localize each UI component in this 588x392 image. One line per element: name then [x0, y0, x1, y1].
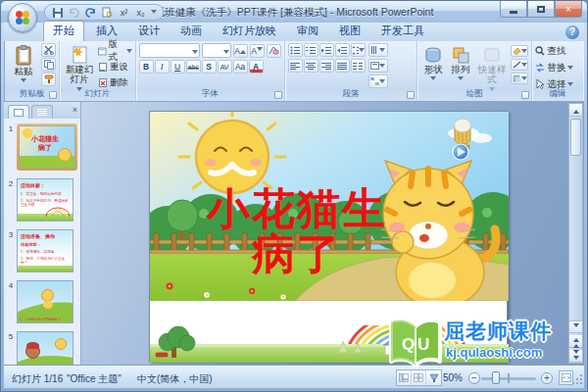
copy-icon	[44, 60, 54, 70]
underline-button[interactable]: U	[171, 60, 185, 74]
clear-formatting-button[interactable]	[267, 44, 281, 58]
grow-font-button[interactable]: A	[233, 44, 248, 58]
columns-button[interactable]	[351, 59, 366, 73]
language-indicator[interactable]: 中文(简体，中国)	[137, 372, 213, 386]
strikethrough-button[interactable]: abc	[186, 60, 201, 74]
clipboard-dialog-launcher[interactable]	[49, 91, 57, 99]
align-right-icon	[321, 62, 331, 71]
font-color-button[interactable]: A	[249, 60, 264, 74]
print-preview-button[interactable]	[101, 6, 114, 19]
shape-outline-icon	[513, 61, 521, 69]
change-case-button[interactable]: Aa	[233, 60, 248, 74]
text-shadow-button[interactable]: S	[202, 60, 217, 74]
italic-button[interactable]: I	[155, 60, 170, 74]
tab-animations[interactable]: 动画	[172, 22, 211, 41]
clipboard-group: 粘贴 剪贴板	[5, 41, 60, 101]
align-text-button[interactable]	[368, 59, 388, 73]
window-title: 托班健康《洗手》PPT课件 [兼容模式] - Microsoft PowerPo…	[119, 6, 469, 20]
slide-thumbnail-1[interactable]: 小花猫生 病了	[17, 123, 77, 171]
tab-slideshow[interactable]: 幻灯片放映	[214, 22, 285, 41]
redo-button[interactable]	[84, 6, 97, 19]
align-center-icon	[306, 62, 316, 71]
arrange-button[interactable]: 排列	[448, 43, 473, 83]
slides-tab[interactable]	[8, 105, 29, 119]
bold-button[interactable]: B	[139, 60, 154, 74]
text-direction-icon	[370, 46, 379, 54]
paragraph-group: 段落	[285, 41, 417, 101]
layout-button[interactable]: 版式	[98, 44, 132, 58]
watermark-brand-text: 屈老师课件	[444, 318, 552, 345]
align-left-button[interactable]	[288, 59, 303, 73]
slide-title-textbox[interactable]: 小花猫生 病了	[150, 186, 444, 276]
shape-fill-button[interactable]	[511, 45, 528, 57]
sound-media-object[interactable]	[453, 119, 471, 160]
shapes-button[interactable]: 形状	[420, 43, 446, 83]
superscript-button[interactable]: x²	[118, 6, 130, 19]
tab-home[interactable]: 开始	[43, 21, 84, 41]
numbering-button[interactable]	[304, 43, 318, 57]
smartart-icon	[370, 77, 379, 85]
align-text-icon	[370, 62, 379, 70]
close-button[interactable]: ×	[555, 1, 582, 18]
paragraph-dialog-launcher[interactable]	[407, 91, 415, 99]
ribbon-tab-row: 开始 插入 设计 动画 幻灯片放映 审阅 视图 开发工具	[4, 23, 584, 41]
character-spacing-button[interactable]: AV	[218, 60, 232, 74]
slide-thumbnail-2[interactable]: 活动目标： 1、讲卫生，预防疾病内容 2、知道洗手的方法，养成良好卫生习惯	[17, 178, 74, 221]
scroll-up-button[interactable]	[569, 104, 582, 117]
format-painter-button[interactable]	[41, 73, 56, 86]
undo-button[interactable]	[68, 6, 80, 19]
decrease-indent-button[interactable]	[319, 43, 334, 57]
justify-button[interactable]	[335, 59, 350, 73]
tab-view[interactable]: 视图	[330, 22, 369, 41]
maximize-button[interactable]	[527, 1, 555, 18]
paste-icon	[15, 45, 32, 67]
customize-qat-dropdown[interactable]	[151, 10, 157, 17]
panel-close-button[interactable]: ×	[73, 105, 77, 115]
shrink-font-button[interactable]: A	[250, 44, 265, 58]
delete-slide-button[interactable]: 删除	[98, 75, 132, 89]
rainbow-mini	[45, 207, 71, 217]
theme-indicator: "Office 主题"	[67, 372, 122, 386]
slide-thumbnail-3[interactable]: 活动准备、操作 活动过程： 1、播放课件，讲故事 2、提问：小花猫为什么会生病？	[17, 229, 74, 272]
font-name-combobox[interactable]	[139, 43, 200, 58]
slide-thumbnail-4[interactable]: 1、小花猫为什么捂着嘴巴？	[17, 280, 74, 323]
font-size-combobox[interactable]	[202, 43, 231, 58]
outline-tab[interactable]	[31, 105, 53, 119]
shape-effects-button[interactable]	[511, 73, 528, 84]
qulaoshi-watermark: Q U 屈老师课件 kj.qulaoshi.com	[387, 317, 578, 379]
align-right-button[interactable]	[319, 59, 334, 73]
bullets-button[interactable]	[288, 43, 303, 57]
save-button[interactable]	[51, 6, 64, 19]
text-direction-button[interactable]	[368, 43, 388, 57]
subscript-button[interactable]: x₂	[134, 6, 147, 19]
find-button[interactable]: 查找	[535, 44, 580, 58]
align-center-button[interactable]	[304, 59, 318, 73]
slide-thumbnail-5[interactable]	[17, 331, 74, 365]
increase-indent-button[interactable]	[335, 43, 350, 57]
copy-button[interactable]	[41, 58, 56, 72]
quick-styles-button[interactable]: 快速样式	[475, 43, 509, 94]
office-button[interactable]	[8, 3, 37, 32]
cut-button[interactable]	[41, 43, 56, 57]
replace-button[interactable]: 替换	[535, 61, 580, 74]
line-spacing-button[interactable]	[351, 43, 366, 57]
slide-indicator: 幻灯片 1/16	[12, 372, 63, 386]
convert-smartart-button[interactable]	[368, 74, 388, 88]
tab-review[interactable]: 审阅	[288, 22, 327, 41]
numbering-icon	[306, 46, 316, 55]
clear-formatting-icon	[269, 46, 279, 56]
help-button[interactable]: ?	[565, 25, 579, 39]
shape-outline-button[interactable]	[511, 59, 528, 71]
svg-text:Q: Q	[402, 335, 415, 354]
tab-design[interactable]: 设计	[129, 22, 169, 41]
office-logo-icon	[15, 10, 30, 25]
tab-developer[interactable]: 开发工具	[372, 22, 433, 41]
font-dialog-launcher[interactable]	[274, 91, 282, 99]
scrollbar-thumb[interactable]	[570, 119, 581, 156]
watermark-url-text: kj.qulaoshi.com	[446, 345, 542, 360]
paste-button[interactable]: 粘贴	[8, 43, 39, 86]
new-slide-button[interactable]: 新建幻灯片	[63, 43, 96, 94]
minimize-button[interactable]	[500, 1, 527, 18]
drawing-dialog-launcher[interactable]	[521, 91, 529, 99]
reset-button[interactable]: 重设	[98, 60, 132, 74]
